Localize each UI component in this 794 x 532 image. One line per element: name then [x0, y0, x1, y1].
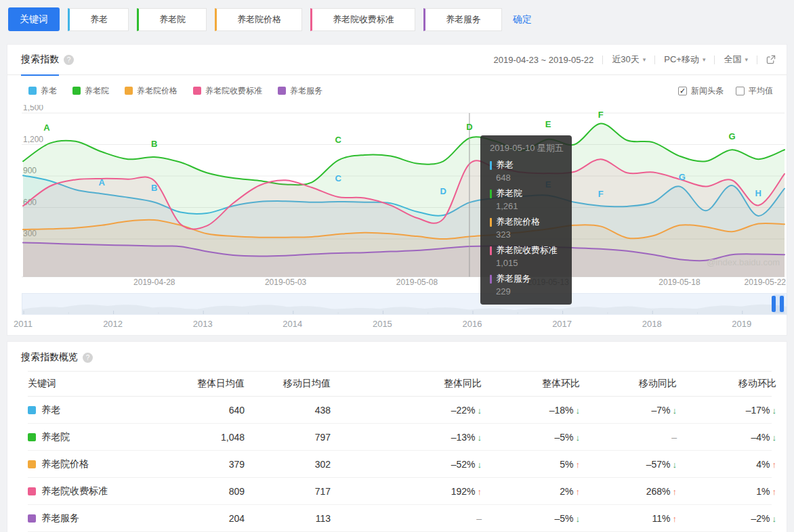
tooltip-series-label: 养老服务 — [496, 273, 531, 285]
confirm-link[interactable]: 确定 — [513, 14, 532, 26]
table-header-cell: 移动同比 — [580, 378, 677, 390]
table-header-cell: 移动环比 — [677, 378, 776, 390]
chart-tooltip: 2019-05-10 星期五 养老648养老院1,261养老院价格323养老院收… — [480, 135, 572, 305]
news-marker-C[interactable]: C — [335, 135, 341, 145]
news-marker-F[interactable]: F — [598, 189, 604, 199]
checkbox-平均值[interactable]: 平均值 — [736, 85, 773, 97]
keyword-chip[interactable]: 养老服务 — [423, 8, 502, 31]
news-marker-F[interactable]: F — [598, 110, 604, 120]
legend-item[interactable]: 养老院 — [72, 85, 109, 97]
tooltip-series-name: 养老服务 — [490, 273, 562, 285]
x-axis-label: 2019-04-28 — [133, 278, 175, 287]
keyword-chip[interactable]: 养老院价格 — [215, 8, 302, 31]
change-value: –52% — [451, 459, 476, 470]
keyword-chip[interactable]: 养老院 — [137, 8, 207, 31]
checkbox-checked-icon: ✓ — [678, 87, 687, 95]
change-value: –2% — [751, 513, 770, 524]
table-header-cell: 移动日均值 — [245, 378, 331, 390]
keyword-chip-list: 养老养老院养老院价格养老院收费标准养老服务 — [68, 8, 502, 31]
checkbox-label: 平均值 — [749, 85, 773, 97]
keyword-swatch — [28, 406, 36, 414]
y-axis-label: 1,200 — [23, 135, 43, 144]
table-header-cell: 整体环比 — [482, 378, 580, 390]
legend-label: 养老服务 — [290, 85, 322, 97]
dropdown-PC+移动[interactable]: PC+移动▾ — [664, 53, 705, 66]
keyword-cell: 养老 — [28, 404, 190, 416]
legend: 养老养老院养老院价格养老院收费标准养老服务 — [28, 85, 338, 97]
legend-item[interactable]: 养老院价格 — [125, 85, 177, 97]
keyword-chip[interactable]: 养老 — [68, 8, 129, 31]
dropdown-label: PC+移动 — [664, 53, 699, 66]
news-marker-D[interactable]: D — [466, 122, 472, 132]
overall-avg-cell: 1,048 — [190, 432, 245, 443]
news-marker-G[interactable]: G — [728, 131, 735, 141]
keyword-chip[interactable]: 养老院收费标准 — [310, 8, 415, 31]
overview-header: 搜索指数概览 ? — [7, 342, 787, 371]
chevron-down-icon: ▾ — [703, 56, 706, 63]
trend-chart-area[interactable]: 3006009001,2001,500AABBCCDDEEFFGGH2019-0… — [22, 105, 787, 289]
keyword-name: 养老院价格 — [41, 458, 89, 470]
trend-chart[interactable]: 3006009001,2001,500AABBCCDDEEFFGGH2019-0… — [22, 105, 787, 289]
dropdown-group: 近30天▾PC+移动▾全国▾ — [602, 53, 748, 66]
checkbox-新闻头条[interactable]: ✓新闻头条 — [678, 85, 724, 97]
tooltip-series-value: 1,015 — [496, 258, 562, 268]
tooltip-series-swatch — [490, 161, 492, 170]
keyword-chip-label: 养老 — [90, 14, 108, 26]
change-cell: 192%↑ — [331, 486, 482, 497]
timeline-handle-left[interactable] — [772, 296, 776, 312]
news-marker-A[interactable]: A — [43, 123, 50, 133]
news-marker-B[interactable]: B — [151, 139, 157, 149]
legend-swatch — [125, 87, 133, 95]
timeline-handle-right[interactable] — [780, 296, 784, 312]
help-icon[interactable]: ? — [83, 353, 93, 363]
legend-item[interactable]: 养老 — [28, 85, 57, 97]
keyword-label-button[interactable]: 关键词 — [8, 7, 60, 31]
change-cell: 1%↑ — [677, 486, 776, 497]
change-cell: 5%↑ — [482, 459, 580, 470]
news-marker-G[interactable]: G — [679, 172, 686, 182]
tooltip-series-swatch — [490, 190, 492, 198]
mobile-avg-cell: 797 — [245, 432, 331, 443]
dropdown-近30天[interactable]: 近30天▾ — [612, 53, 646, 66]
keyword-cell: 养老院价格 — [28, 458, 190, 470]
arrow-up-icon: ↑ — [772, 487, 777, 497]
watermark: @index.baidu.com — [707, 257, 780, 267]
tooltip-series-label: 养老院价格 — [496, 216, 540, 228]
table-header-cell: 整体日均值 — [190, 378, 245, 390]
keyword-name: 养老院收费标准 — [41, 485, 108, 497]
change-cell: 2%↑ — [482, 486, 580, 497]
chevron-down-icon: ▾ — [745, 56, 748, 63]
keyword-swatch — [28, 433, 36, 441]
change-cell: 11%↑ — [580, 513, 677, 524]
legend-swatch — [28, 87, 37, 95]
change-value: 2% — [560, 486, 573, 497]
timeline-band[interactable] — [22, 293, 787, 315]
news-marker-H[interactable]: H — [755, 188, 761, 198]
timeline-year-label: 2013 — [193, 319, 213, 329]
overview-title: 搜索指数概览 — [21, 351, 78, 363]
news-marker-C[interactable]: C — [335, 173, 341, 183]
dropdown-全国[interactable]: 全国▾ — [724, 53, 748, 66]
change-value: –57% — [646, 459, 671, 470]
change-value: 192% — [451, 486, 476, 497]
news-marker-E[interactable]: E — [545, 119, 551, 129]
tooltip-series-label: 养老院 — [496, 187, 522, 200]
change-value: –22% — [451, 405, 476, 416]
timeline-navigator: 201120122013201420152016201720182019 — [22, 293, 787, 331]
news-marker-D[interactable]: D — [440, 186, 446, 196]
tab-label: 搜索指数 — [21, 53, 59, 66]
keyword-chip-label: 养老服务 — [446, 14, 481, 26]
news-marker-A[interactable]: A — [99, 177, 106, 187]
overall-avg-cell: 379 — [190, 459, 245, 470]
legend-item[interactable]: 养老院收费标准 — [193, 85, 262, 97]
external-link-icon[interactable] — [766, 55, 776, 64]
x-axis-label: 2019-05-22 — [745, 278, 787, 287]
legend-item[interactable]: 养老服务 — [278, 85, 322, 97]
change-value: 4% — [756, 459, 770, 470]
tab-search-index[interactable]: 搜索指数 — [21, 45, 59, 75]
timeline-year-label: 2011 — [14, 319, 33, 329]
change-cell: –2%↓ — [677, 513, 776, 524]
help-icon[interactable]: ? — [64, 55, 74, 65]
news-marker-B[interactable]: B — [151, 183, 157, 193]
divider — [602, 56, 603, 64]
